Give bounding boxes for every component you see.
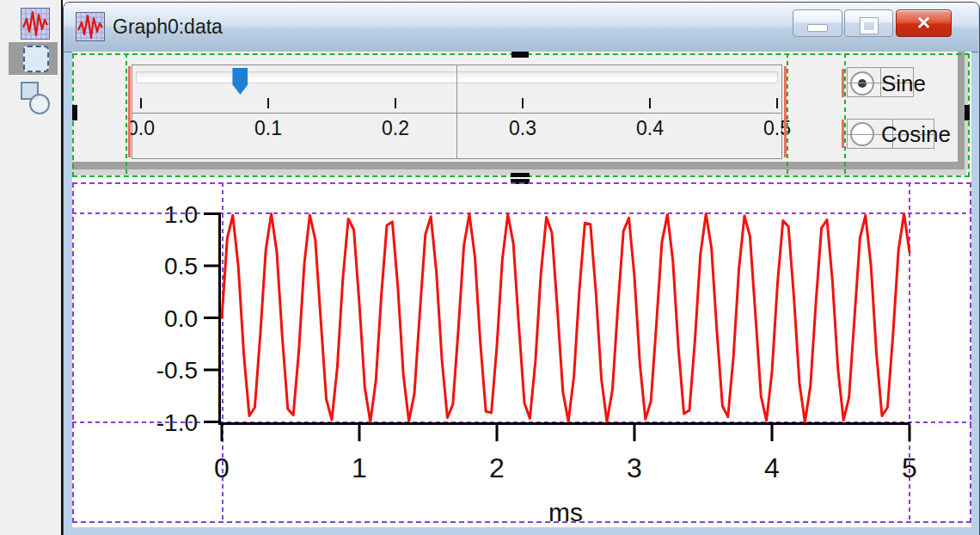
panel-guide-mid: [787, 53, 788, 175]
window-graph-icon: [76, 12, 105, 45]
sidebar-item-shapes-tool[interactable]: [19, 80, 53, 116]
panel-resize-handle-top[interactable]: [511, 52, 529, 58]
minimize-icon: [807, 24, 828, 32]
graph-layout-marquee: [72, 182, 971, 523]
graph-window: Graph0:data ✕ 0.00.10.20.30.40.5: [63, 2, 980, 535]
graph-guide-left-margin: [222, 182, 224, 523]
screen: Graph0:data ✕ 0.00.10.20.30.40.5: [0, 0, 980, 535]
window-title: Graph0:data: [113, 3, 223, 52]
marquee-icon: [23, 46, 49, 72]
window-content: 0.00.10.20.30.40.5 Sine Cosine: [72, 52, 971, 527]
graph-wave-icon: [21, 8, 50, 40]
close-icon: ✕: [897, 10, 951, 36]
minimize-button[interactable]: [793, 9, 842, 37]
panel-guide-left: [126, 53, 127, 175]
panel-resize-handle-right[interactable]: [965, 105, 970, 120]
sidebar-item-marquee-tool[interactable]: [9, 42, 58, 75]
panel-resize-handle-left[interactable]: [72, 105, 77, 120]
panel-selection-marquee: [72, 53, 970, 177]
toolbar: [0, 0, 61, 535]
close-button[interactable]: ✕: [896, 9, 952, 37]
graph-guide-bottom-margin: [72, 421, 971, 423]
sidebar-item-graph-tool[interactable]: [21, 8, 50, 40]
restore-button[interactable]: [844, 9, 893, 37]
graph-guide-top-margin: [72, 212, 971, 214]
graph-guide-right-margin: [909, 182, 910, 523]
restore-icon: [861, 18, 878, 34]
shapes-icon: [19, 80, 53, 116]
panel-guide-right: [844, 53, 846, 175]
